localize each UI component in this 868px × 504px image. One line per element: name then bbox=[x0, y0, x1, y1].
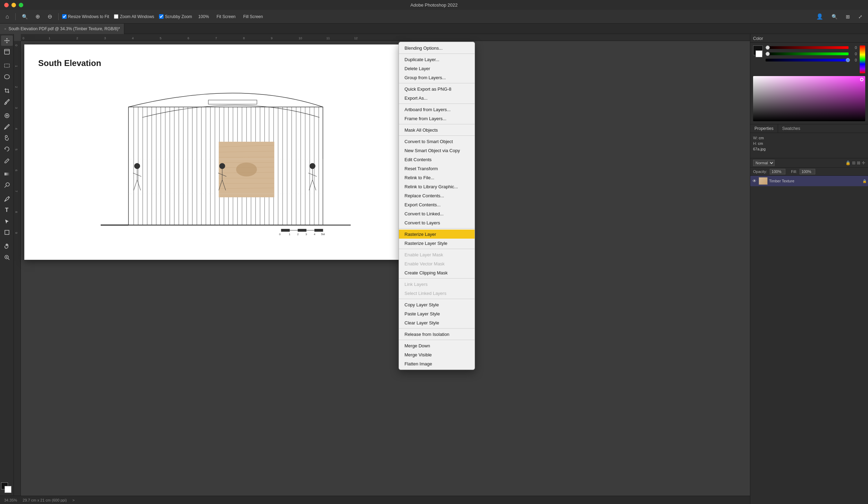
b-value: 0 bbox=[850, 58, 857, 62]
svg-point-0 bbox=[6, 40, 8, 41]
svg-text:2: 2 bbox=[297, 233, 299, 236]
r-slider[interactable] bbox=[766, 46, 849, 49]
menu-item-mask-all-objects[interactable]: Mask All Objects bbox=[399, 125, 475, 134]
svg-point-81 bbox=[134, 163, 140, 169]
brush-tool[interactable] bbox=[1, 122, 13, 132]
marquee-tool[interactable] bbox=[1, 60, 13, 71]
expand-button[interactable]: ⤢ bbox=[856, 12, 865, 22]
menu-item-frame-from-layers[interactable]: Frame from Layers... bbox=[399, 114, 475, 123]
eye-icon[interactable]: 👁 bbox=[752, 179, 757, 183]
menu-item-convert-smart-object[interactable]: Convert to Smart Object bbox=[399, 137, 475, 146]
menu-separator bbox=[399, 83, 475, 83]
menu-item-rasterize-layer-style[interactable]: Rasterize Layer Style bbox=[399, 239, 475, 248]
menu-item-new-smart-object-copy[interactable]: New Smart Object via Copy bbox=[399, 146, 475, 155]
gradient-tool[interactable] bbox=[1, 169, 13, 179]
menu-item-merge-visible[interactable]: Merge Visible bbox=[399, 350, 475, 359]
close-button[interactable] bbox=[4, 3, 9, 7]
menu-item-quick-export[interactable]: Quick Export as PNG-8 bbox=[399, 84, 475, 93]
lock-transparent-icon[interactable]: ⊞ bbox=[852, 160, 856, 165]
search-button[interactable]: 🔍 bbox=[829, 12, 840, 22]
scrubby-zoom-checkbox[interactable]: Scrubby Zoom bbox=[159, 14, 192, 19]
menu-item-replace-contents[interactable]: Replace Contents... bbox=[399, 191, 475, 200]
minimize-button[interactable] bbox=[11, 3, 16, 7]
fit-screen-button[interactable]: Fit Screen bbox=[214, 12, 239, 22]
eyedropper-tool[interactable] bbox=[1, 97, 13, 107]
menu-item-convert-to-layers[interactable]: Convert to Layers bbox=[399, 218, 475, 227]
pen-tool[interactable] bbox=[1, 194, 13, 204]
menu-item-relink-to-file[interactable]: Relink to File... bbox=[399, 173, 475, 182]
menu-item-create-clipping-mask[interactable]: Create Clipping Mask bbox=[399, 268, 475, 277]
healing-tool[interactable] bbox=[1, 110, 13, 121]
svg-text:4: 4 bbox=[314, 233, 316, 236]
zoom-tool-button[interactable]: 🔍 bbox=[19, 12, 31, 22]
menu-item-paste-layer-style[interactable]: Paste Layer Style bbox=[399, 309, 475, 318]
menu-item-release-from-isolation[interactable]: Release from Isolation bbox=[399, 330, 475, 339]
hand-tool[interactable] bbox=[1, 241, 13, 251]
hue-bar[interactable] bbox=[860, 46, 865, 73]
shape-tool[interactable] bbox=[1, 227, 13, 238]
history-brush-tool[interactable] bbox=[1, 144, 13, 154]
menu-item-copy-layer-style[interactable]: Copy Layer Style bbox=[399, 300, 475, 309]
eraser-tool[interactable] bbox=[1, 155, 13, 165]
tab-properties[interactable]: Properties bbox=[750, 124, 778, 133]
menu-item-group-from-layers[interactable]: Group from Layers... bbox=[399, 73, 475, 82]
path-select-tool[interactable] bbox=[1, 216, 13, 226]
r-value: 0 bbox=[850, 46, 857, 50]
g-slider[interactable] bbox=[766, 52, 849, 55]
dodge-tool[interactable] bbox=[1, 180, 13, 190]
zoom-percent-button[interactable]: 100% bbox=[195, 12, 212, 22]
blend-mode-select[interactable]: Normal bbox=[753, 160, 775, 166]
clone-stamp-tool[interactable] bbox=[1, 133, 13, 143]
menu-item-artboard-from-layers[interactable]: Artboard from Layers... bbox=[399, 105, 475, 114]
menu-item-blending-options[interactable]: Blending Options... bbox=[399, 43, 475, 52]
artboard-tool[interactable] bbox=[1, 47, 13, 57]
svg-line-94 bbox=[309, 180, 312, 190]
g-value: 0 bbox=[850, 52, 857, 56]
color-picker-gradient[interactable] bbox=[753, 76, 865, 121]
lock-all-icon[interactable]: ⊠ bbox=[857, 160, 860, 165]
traffic-lights bbox=[4, 3, 23, 7]
svg-rect-63 bbox=[208, 100, 257, 104]
fill-input[interactable] bbox=[800, 169, 815, 174]
type-tool[interactable]: T bbox=[1, 205, 13, 215]
b-slider[interactable] bbox=[766, 59, 849, 61]
zoom-icon: 🔍 bbox=[22, 14, 28, 19]
fill-screen-button[interactable]: Fill Screen bbox=[241, 12, 266, 22]
opacity-input[interactable] bbox=[770, 169, 785, 174]
left-toolbar: T bbox=[0, 34, 14, 496]
lock-layer-icon: 🔒 bbox=[862, 179, 867, 183]
home-button[interactable]: ⌂ bbox=[3, 12, 12, 22]
menu-item-convert-to-linked[interactable]: Convert to Linked... bbox=[399, 209, 475, 218]
layer-item-1[interactable]: 👁 Timber Texture 🔒 bbox=[750, 176, 868, 186]
zoom-in-button[interactable]: ⊕ bbox=[33, 12, 43, 22]
lock-icon[interactable]: 🔒 bbox=[845, 160, 851, 165]
menu-item-export-contents[interactable]: Export Contents... bbox=[399, 200, 475, 209]
maximize-button[interactable] bbox=[19, 3, 23, 7]
arrange-button[interactable]: ⊞ bbox=[843, 12, 853, 22]
menu-item-delete-layer[interactable]: Delete Layer bbox=[399, 64, 475, 73]
menu-item-reset-transform[interactable]: Reset Transform bbox=[399, 164, 475, 173]
zoom-all-windows-checkbox[interactable]: Zoom All Windows bbox=[114, 14, 154, 19]
menu-item-edit-contents[interactable]: Edit Contents bbox=[399, 155, 475, 164]
crop-tool[interactable] bbox=[1, 85, 13, 96]
menu-item-flatten-image[interactable]: Flatten Image bbox=[399, 359, 475, 368]
menu-item-rasterize-layer[interactable]: Rasterize Layer bbox=[399, 230, 475, 239]
menu-item-merge-down[interactable]: Merge Down bbox=[399, 341, 475, 350]
lasso-tool[interactable] bbox=[1, 72, 13, 82]
move-tool[interactable] bbox=[1, 35, 13, 46]
user-icon[interactable]: 👤 bbox=[813, 12, 826, 22]
move-icon[interactable]: ✛ bbox=[862, 160, 865, 165]
zoom-tool[interactable] bbox=[1, 252, 13, 263]
tab-swatches[interactable]: Swatches bbox=[778, 124, 804, 133]
document-tab[interactable]: × South Elevation PDF.pdf @ 34.3% (Timbe… bbox=[0, 24, 124, 34]
zoom-out-button[interactable]: ⊖ bbox=[45, 12, 55, 22]
color-swatches[interactable] bbox=[1, 482, 13, 494]
menu-item-relink-library-graphic[interactable]: Relink to Library Graphic... bbox=[399, 182, 475, 191]
background-color[interactable] bbox=[5, 486, 11, 493]
svg-line-11 bbox=[5, 185, 7, 188]
menu-item-clear-layer-style[interactable]: Clear Layer Style bbox=[399, 318, 475, 327]
bg-color-swatch[interactable] bbox=[756, 50, 762, 57]
menu-item-duplicate-layer[interactable]: Duplicate Layer... bbox=[399, 55, 475, 64]
menu-item-export-as[interactable]: Export As... bbox=[399, 93, 475, 102]
resize-windows-checkbox[interactable]: Resize Windows to Fit bbox=[62, 14, 109, 19]
